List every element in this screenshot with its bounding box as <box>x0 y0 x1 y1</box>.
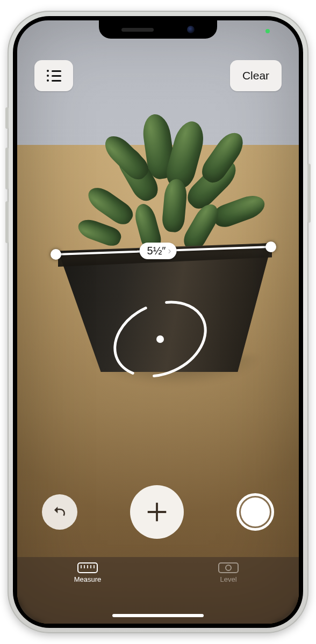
front-camera <box>187 26 195 33</box>
home-indicator[interactable] <box>112 614 204 617</box>
ar-target-reticle <box>106 297 214 381</box>
volume-up-button <box>5 148 9 189</box>
clear-button[interactable]: Clear <box>230 60 282 91</box>
camera-active-indicator <box>265 29 270 33</box>
add-point-button[interactable] <box>130 485 184 539</box>
measurement-endpoint-left[interactable] <box>51 249 61 260</box>
scene-plant <box>66 96 270 267</box>
plus-icon <box>145 500 169 524</box>
measurement-label[interactable]: 5½″ › <box>140 243 177 259</box>
measurements-list-button[interactable] <box>34 60 73 91</box>
notch <box>99 20 217 39</box>
volume-down-button <box>5 201 9 243</box>
tab-measure-label: Measure <box>74 575 102 583</box>
measurement-endpoint-right[interactable] <box>265 241 276 252</box>
list-icon <box>47 70 61 82</box>
ruler-icon <box>77 562 98 573</box>
side-button <box>307 164 311 223</box>
screen: Clear 5½″ › <box>17 20 299 624</box>
clear-button-label: Clear <box>242 69 269 82</box>
device-frame: Clear 5½″ › <box>8 11 308 633</box>
svg-point-1 <box>156 335 164 343</box>
undo-icon <box>52 504 68 520</box>
earpiece <box>121 28 154 32</box>
undo-button[interactable] <box>42 494 77 530</box>
shutter-icon <box>241 497 270 526</box>
shutter-button[interactable] <box>236 493 274 531</box>
mute-switch <box>5 107 9 129</box>
level-icon <box>218 562 239 573</box>
chevron-right-icon: › <box>168 245 171 257</box>
measurement-value: 5½″ <box>147 245 166 257</box>
tab-level-label: Level <box>220 575 236 583</box>
